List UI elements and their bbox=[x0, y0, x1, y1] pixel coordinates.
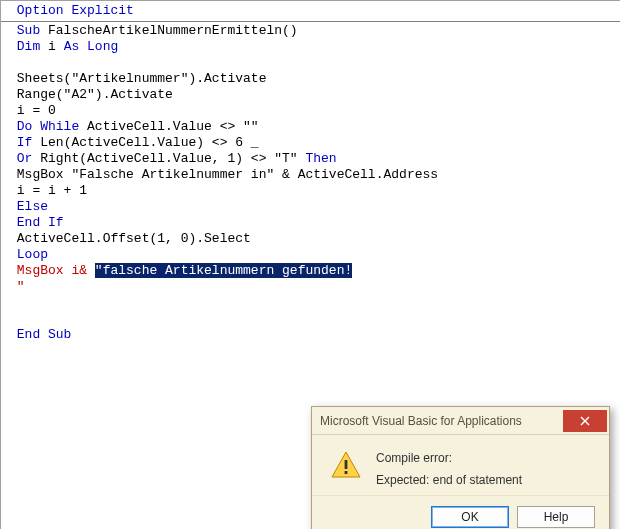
code-token: Or bbox=[17, 151, 33, 166]
code-token: End Sub bbox=[17, 327, 72, 342]
code-token: Len(ActiveCell.Value) <> 6 _ bbox=[32, 135, 258, 150]
close-icon bbox=[580, 416, 590, 426]
code-token: MsgBox "Falsche Artikelnummer in" & Acti… bbox=[17, 167, 438, 182]
code-selection: "falsche Artikelnummern gefunden! bbox=[95, 263, 352, 278]
code-token: i bbox=[40, 39, 63, 54]
code-token-error: MsgBox i& bbox=[17, 263, 95, 278]
code-token: Dim bbox=[17, 39, 40, 54]
error-dialog: Microsoft Visual Basic for Applications … bbox=[311, 406, 610, 529]
code-token: If bbox=[17, 135, 33, 150]
warning-icon bbox=[330, 449, 362, 481]
svg-rect-3 bbox=[345, 460, 348, 469]
ok-button[interactable]: OK bbox=[431, 506, 509, 528]
code-token: Sub bbox=[17, 23, 40, 38]
dialog-title: Microsoft Visual Basic for Applications bbox=[320, 414, 522, 428]
error-detail: Expected: end of statement bbox=[376, 471, 522, 489]
code-token: i = 0 bbox=[17, 103, 56, 118]
code-token: As Long bbox=[64, 39, 119, 54]
code-token: Loop bbox=[17, 247, 48, 262]
code-token: Then bbox=[305, 151, 336, 166]
code-token: Option Explicit bbox=[17, 3, 134, 18]
svg-rect-4 bbox=[345, 471, 348, 474]
dialog-message: Compile error: Expected: end of statemen… bbox=[376, 449, 522, 489]
blank-line bbox=[1, 295, 620, 311]
dialog-button-row: OK Help bbox=[312, 495, 609, 529]
code-token: ActiveCell.Value <> "" bbox=[79, 119, 258, 134]
code-token: i = i + 1 bbox=[17, 183, 87, 198]
dialog-titlebar[interactable]: Microsoft Visual Basic for Applications bbox=[312, 407, 609, 435]
code-token: ActiveCell.Offset(1, 0).Select bbox=[17, 231, 251, 246]
blank-line bbox=[1, 55, 620, 71]
code-token: Right(ActiveCell.Value, 1) <> "T" bbox=[32, 151, 305, 166]
code-token: Sheets("Artikelnummer").Activate bbox=[17, 71, 267, 86]
code-token: Else bbox=[17, 199, 48, 214]
blank-line bbox=[1, 311, 620, 327]
code-token: FalscheArtikelNummernErmitteln() bbox=[40, 23, 297, 38]
help-button[interactable]: Help bbox=[517, 506, 595, 528]
code-token-error: " bbox=[17, 279, 25, 294]
code-token: Range("A2").Activate bbox=[17, 87, 173, 102]
close-button[interactable] bbox=[563, 410, 607, 432]
code-token: Do While bbox=[17, 119, 79, 134]
code-token: End If bbox=[17, 215, 64, 230]
error-heading: Compile error: bbox=[376, 449, 522, 467]
procedure-separator bbox=[1, 21, 620, 22]
dialog-body: Compile error: Expected: end of statemen… bbox=[312, 435, 609, 495]
